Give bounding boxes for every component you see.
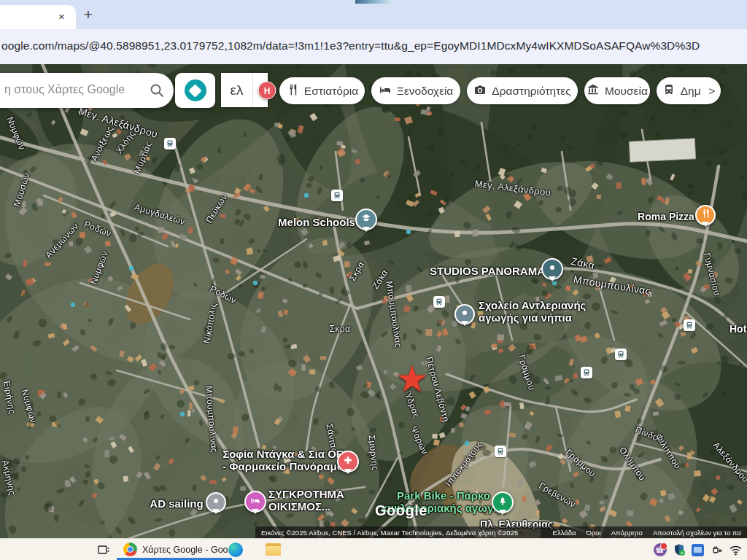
chip-museum[interactable]: Μουσεία [584,77,650,104]
region-label: Ελλάδα [553,529,576,537]
search-placeholder: η στους Χάρτες Google [4,83,125,96]
remote-desktop-icon[interactable] [691,543,705,557]
search-icon[interactable] [149,82,165,101]
restaurant-icon [286,83,299,99]
street-label: Σκρα [330,324,351,334]
chip-hotel[interactable]: Ξενοδοχεία [371,77,460,104]
category-chips: ΕστιατόριαΞενοδοχείαΔραστηριότητεςΜουσεί… [279,77,721,104]
poi-label-ad-sailing[interactable]: AD sailing [150,497,203,510]
chip-restaurant[interactable]: Εστιατόρια [279,77,365,104]
dot-icon [211,496,221,509]
tab-close-icon[interactable]: × [55,10,69,24]
system-tray: ☎ [653,539,747,560]
poi-label-sxoleio-antlerianis[interactable]: Σχολείο Αντλεριανήςαγωγής για νήπια [479,299,586,324]
tree-icon [498,496,508,509]
address-bar[interactable]: oogle.com/maps/@40.5898951,23.0179752,10… [0,29,747,65]
poi-marker-park-bike[interactable] [492,491,514,513]
transit-stop-icon[interactable] [331,190,343,201]
taskbar-file-explorer-icon[interactable] [266,543,281,556]
map-attribution-bar: Εικόνες ©2025 Airbus, CNES / Airbus, Max… [255,526,747,538]
transit-icon [662,83,676,99]
poi-marker-studios-panorama[interactable] [541,258,563,280]
language-label: ελ [221,82,252,98]
saved-place-star-marker[interactable]: ★ [396,361,429,397]
poi-marker-ad-sailing[interactable] [206,492,226,513]
directions-button[interactable] [175,73,215,108]
power-plug-x-icon[interactable] [710,543,724,557]
taskbar-app-label: Χάρτες Google - Goo... [142,545,232,555]
camera-icon [473,83,487,99]
poi-label-sygkrotima-oikismos[interactable]: ΣΥΓΚΡΟΤΗΜΑΟΙΚΙΣΜΟΣ... [268,488,344,513]
chips-more-icon[interactable]: > [709,85,716,97]
poi-label-studios-panorama[interactable]: STUDIOS PANORAMA [430,265,545,277]
notification-dot [660,542,667,550]
desktop: × + oogle.com/maps/@40.5898951,23.017975… [0,0,747,560]
bed-icon [250,495,260,508]
poi-marker-roma-pizza[interactable] [695,205,716,225]
chip-camera[interactable]: Δραστηριότητες [467,77,578,104]
chrome-icon [123,542,137,556]
terms-link[interactable]: Όροι [587,529,601,537]
restaurant-icon [700,209,711,222]
poi-label-farmakeio-panorama[interactable]: Σοφία Ντάγκα & Σια ΟΕ- Φαρμακείο Πανόραμ… [222,448,344,472]
poi-label-melon-schools[interactable]: Melon Schools [278,216,355,228]
google-logo: Google [375,502,427,519]
poi-label-hotel-cut[interactable]: Hote [729,323,747,335]
privacy-link[interactable]: Απόρρητο [611,529,643,537]
transit-stop-icon[interactable] [433,296,445,308]
imagery-credits: Εικόνες ©2025 Airbus, CNES / Airbus, Max… [261,529,518,537]
taskbar-edge-icon[interactable] [228,542,243,557]
poi-marker-sygkrotima-oikismos[interactable] [244,491,266,513]
transit-stop-icon[interactable] [581,367,592,378]
browser-tab-strip: × + [0,0,747,29]
dot-icon [460,308,470,321]
transit-stop-icon[interactable] [495,446,506,457]
taskbar-chrome-button[interactable]: Χάρτες Google - Goo... [117,539,232,560]
feedback-link[interactable]: Αποστολή σχολίων για το πα [653,529,741,537]
map-viewport[interactable]: ΝυμφώνΜεγ. ΑλεξάνδρουΑνοίξεωςΧλόηςΜυρτιά… [0,64,747,538]
museum-icon [587,83,600,99]
poi-marker-sxoleio-antlerianis[interactable] [454,304,475,324]
dot-icon [547,262,557,276]
poi-marker-melon-schools[interactable] [355,209,377,230]
wifi-icon[interactable] [729,543,743,557]
directions-icon [185,79,206,101]
windows-taskbar: Χάρτες Google - Goo... ☎ [0,538,747,560]
new-tab-button[interactable]: + [78,4,98,25]
security-shield-icon[interactable] [672,543,686,557]
window-edge-sliver [355,0,392,4]
chip-transit[interactable]: Δημ> [657,77,721,104]
task-view-button[interactable] [96,542,112,557]
viber-tray-icon[interactable]: ☎ [653,543,667,557]
school-icon [361,213,371,226]
transit-stop-icon[interactable] [164,138,176,149]
poi-marker-farmakeio-panorama[interactable] [337,451,359,472]
url-text: oogle.com/maps/@40.5898951,23.0179752,10… [1,39,700,52]
cross-icon [343,455,353,468]
hotel-icon [379,83,392,99]
poi-label-roma-pizza[interactable]: Roma Pizza [638,211,694,223]
hospital-marker[interactable]: H [258,82,276,100]
transit-stop-icon[interactable] [615,349,627,360]
transit-stop-icon[interactable] [684,319,695,331]
maps-search-box[interactable]: η στους Χάρτες Google [0,73,174,108]
browser-tab[interactable]: × [0,5,76,29]
